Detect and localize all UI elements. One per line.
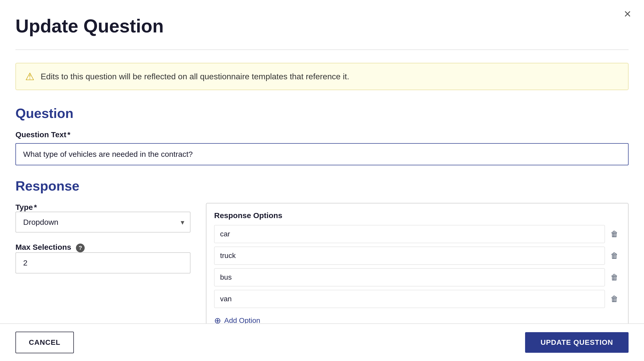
warning-text: Edits to this question will be reflected… xyxy=(41,72,349,81)
trash-icon: 🗑 xyxy=(611,295,618,303)
response-options-title: Response Options xyxy=(214,211,620,220)
modal-container: × Update Question ⚠ Edits to this questi… xyxy=(0,0,644,361)
response-options-panel: Response Options 🗑 🗑 🗑 xyxy=(206,203,629,334)
warning-banner: ⚠ Edits to this question will be reflect… xyxy=(15,63,629,90)
type-select[interactable]: Dropdown Text Multiple Choice Single Cho… xyxy=(15,212,190,233)
trash-icon: 🗑 xyxy=(611,273,618,282)
question-text-label: Question Text* xyxy=(15,130,629,139)
delete-option-4-button[interactable]: 🗑 xyxy=(608,293,620,305)
question-text-input[interactable] xyxy=(15,143,629,165)
max-selections-input[interactable] xyxy=(15,252,190,273)
update-question-button[interactable]: UPDATE QUESTION xyxy=(525,332,629,353)
option-input-1[interactable] xyxy=(214,225,605,243)
option-input-3[interactable] xyxy=(214,268,605,286)
delete-option-1-button[interactable]: 🗑 xyxy=(608,228,620,240)
max-selections-label: Max Selections ? xyxy=(15,243,85,251)
option-input-2[interactable] xyxy=(214,247,605,265)
option-input-4[interactable] xyxy=(214,290,605,308)
delete-option-3-button[interactable]: 🗑 xyxy=(608,271,620,284)
option-row: 🗑 xyxy=(214,268,620,286)
footer: CANCEL UPDATE QUESTION xyxy=(0,323,644,361)
divider xyxy=(15,49,629,50)
trash-icon: 🗑 xyxy=(611,230,618,238)
cancel-button[interactable]: CANCEL xyxy=(15,332,74,353)
response-section: Response Type* Dropdown Text Multiple Ch… xyxy=(15,178,629,334)
option-row: 🗑 xyxy=(214,225,620,243)
close-button[interactable]: × xyxy=(624,8,631,20)
help-icon[interactable]: ? xyxy=(76,244,85,252)
modal-title: Update Question xyxy=(15,15,629,37)
left-column: Type* Dropdown Text Multiple Choice Sing… xyxy=(15,203,190,273)
question-section-title: Question xyxy=(15,106,629,121)
response-section-title: Response xyxy=(15,178,629,194)
response-layout: Type* Dropdown Text Multiple Choice Sing… xyxy=(15,203,629,334)
delete-option-2-button[interactable]: 🗑 xyxy=(608,249,620,262)
required-star: * xyxy=(67,130,71,139)
type-label: Type* xyxy=(15,203,37,211)
option-row: 🗑 xyxy=(214,247,620,265)
trash-icon: 🗑 xyxy=(611,251,618,260)
warning-icon: ⚠ xyxy=(25,71,34,82)
option-row: 🗑 xyxy=(214,290,620,308)
type-select-wrapper: Dropdown Text Multiple Choice Single Cho… xyxy=(15,212,190,233)
